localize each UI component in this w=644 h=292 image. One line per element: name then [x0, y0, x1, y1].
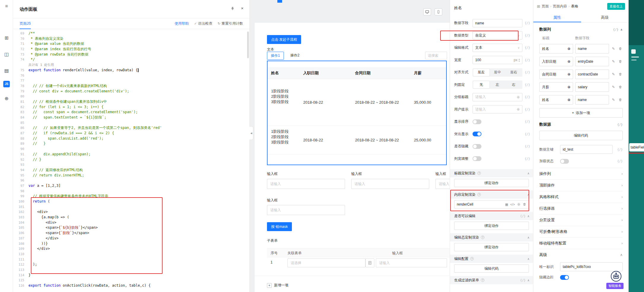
column-title-input[interactable]: 合同日期⊕ [539, 70, 573, 79]
show-sort-toggle[interactable] [473, 119, 481, 124]
segment-option[interactable]: 居右 [505, 69, 522, 76]
fx-icon[interactable]: {/} [522, 145, 530, 148]
fx-icon[interactable]: {/} [522, 83, 530, 86]
mask-button[interactable]: 按 钮mask [267, 222, 292, 231]
column-field-input[interactable]: name [575, 44, 609, 53]
globe-icon[interactable]: ⊕ [0, 96, 13, 101]
syntax-check-link[interactable]: ✓语法检查 [194, 21, 212, 26]
section-header[interactable]: 生成过滤的菜单? {/}∧ [450, 276, 533, 284]
globe-icon[interactable]: ⊕ [517, 107, 520, 111]
column-field-input[interactable]: name [575, 95, 609, 105]
apps-icon[interactable]: ⊞ [0, 35, 13, 41]
subform-text-input[interactable]: 请输入 [376, 258, 447, 267]
text-input[interactable]: 请输入 [351, 179, 429, 189]
section-header[interactable]: 是否可以编辑 {/}∧ [450, 212, 533, 220]
group-title-input[interactable]: 请输入⊕ [473, 93, 522, 101]
trash-icon[interactable] [618, 85, 623, 89]
data-columns-section[interactable]: 数据列 {/} ∧ [539, 27, 623, 32]
nav-collapsible-tree[interactable]: 可折叠/树形表格› [539, 226, 623, 237]
edit-icon[interactable]: ✎ [611, 47, 616, 51]
bind-action-button[interactable]: 绑定动作 [454, 222, 529, 230]
online-badge[interactable]: 直接在上 [607, 3, 625, 10]
start-subflow-button[interactable]: 点击 发起子流程 [267, 35, 301, 44]
menu-icon[interactable]: ≡ [0, 4, 13, 9]
grid-icon[interactable]: ▦ [505, 203, 508, 206]
tab-properties[interactable]: 属性 [533, 12, 581, 22]
edit-icon[interactable]: ✎ [611, 59, 616, 64]
segment-option[interactable]: 居左 [473, 69, 489, 76]
fx-icon[interactable]: {/} [522, 59, 530, 62]
smart-service-badge[interactable]: 智能服务 [606, 283, 624, 289]
relation-form-icon[interactable] [365, 258, 374, 267]
fx-icon[interactable]: {/} [522, 132, 530, 136]
segment-option[interactable]: 左 [489, 81, 506, 88]
js-panel-icon[interactable]: JS [0, 81, 13, 87]
globe-icon[interactable]: ⊕ [567, 98, 570, 102]
fx-icon[interactable]: {/} [522, 34, 530, 37]
tab-page-js[interactable]: 页面JS [20, 18, 31, 29]
globe-icon[interactable]: ⊕ [517, 95, 520, 99]
tab-action1[interactable]: 操作1 [267, 52, 284, 60]
trash-icon[interactable] [618, 47, 623, 50]
column-field-input[interactable]: entryDate [575, 57, 609, 66]
tab-advanced[interactable]: 高级 [581, 12, 629, 22]
trash-icon[interactable] [523, 203, 526, 206]
fx-icon[interactable]: {/} [522, 108, 530, 111]
database-icon[interactable]: ▤ [0, 68, 13, 73]
fx-icon[interactable]: {/} [518, 279, 526, 282]
section-header[interactable]: 编辑态定制渲染? ∧ [450, 233, 533, 242]
add-item-button[interactable]: + 新增一项 [267, 283, 288, 288]
section-header[interactable]: 标题定制渲染? ∧ [450, 169, 533, 177]
section-header[interactable]: 编辑配置? ∧ [450, 255, 533, 263]
column-field-input[interactable]: salary [575, 82, 609, 92]
column-field-input[interactable]: contractDate [575, 70, 609, 79]
nav-pagination[interactable]: 分页设置› [539, 214, 623, 226]
fx-icon[interactable]: {/} [522, 71, 530, 74]
unique-id-input[interactable]: tablePc_lo8b7cxo [560, 262, 623, 271]
trash-icon[interactable] [618, 72, 623, 76]
nav-mobile-config[interactable]: 移动端特有配置› [539, 237, 623, 249]
tab-action2[interactable]: 操作2 [287, 52, 303, 60]
edit-icon[interactable]: ✎ [611, 85, 616, 89]
fx-icon[interactable]: {/} [522, 95, 530, 99]
fx-icon[interactable]: {/} [522, 120, 530, 123]
fx-icon[interactable]: {/} [615, 160, 623, 163]
globe-icon[interactable]: ⊕ [567, 59, 570, 64]
highlight-toggle[interactable] [473, 132, 481, 136]
edit-code-button[interactable]: 编辑代码 [539, 131, 623, 140]
data-field-input[interactable]: name [473, 19, 522, 27]
fx-icon[interactable]: {/} [615, 148, 623, 151]
reset-ref-count-link[interactable]: ↻重置引用计数 [218, 21, 243, 26]
nav-row-selector[interactable]: 行选择器› [539, 203, 623, 214]
text-input[interactable]: 请输入 [267, 179, 345, 189]
data-source-section[interactable]: 数据源 {/} [539, 122, 623, 127]
gear-icon[interactable] [517, 203, 521, 206]
js-badge[interactable]: JS [3, 81, 10, 87]
data-type-select[interactable]: 自定义∨ [473, 31, 522, 40]
pin-icon[interactable] [230, 7, 235, 11]
column-title-input[interactable]: 入职日期⊕ [539, 57, 573, 66]
code-icon[interactable]: </> [510, 203, 515, 206]
help-link[interactable]: 使用帮助 [175, 21, 189, 26]
fx-icon[interactable]: {/} [518, 214, 526, 218]
column-title-input[interactable]: 月薪⊕ [539, 82, 573, 92]
stepper-icon[interactable]: ▴▾ [519, 58, 520, 62]
breadcrumb-table[interactable]: 表格 [571, 4, 578, 9]
nav-advanced[interactable]: 高级∧ [539, 249, 623, 261]
trash-icon[interactable] [618, 98, 623, 102]
col-resize-toggle[interactable] [473, 156, 481, 161]
trash-icon[interactable] [618, 60, 623, 63]
breadcrumb-page[interactable]: 页面 [542, 4, 549, 9]
preview-table[interactable]: 姓名 入职日期 合同日期 月薪 1阶段阶段 2阶段阶段 3阶段阶段 2018-0… [267, 61, 447, 165]
nav-action-column[interactable]: 操作列› [539, 168, 623, 179]
text-input[interactable]: 请输入 [267, 205, 345, 215]
add-column-button[interactable]: ⊕+添加一项 [539, 108, 623, 118]
fx-icon[interactable]: {/} [611, 28, 618, 31]
relation-select[interactable]: 请选择 [287, 258, 365, 267]
smart-assistant-button[interactable] [610, 271, 622, 282]
segment-option[interactable]: 无 [473, 81, 489, 88]
edit-format-select[interactable]: 文本∨ [473, 44, 522, 52]
breadcrumb-content[interactable]: 页面内容 [553, 4, 567, 9]
fx-icon[interactable]: {/} [522, 21, 530, 25]
desktop-preview-icon[interactable] [423, 8, 431, 15]
